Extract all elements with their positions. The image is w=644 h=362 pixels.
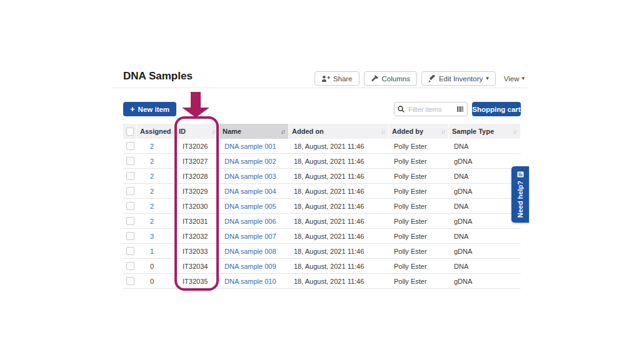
row-checkbox[interactable] xyxy=(126,202,134,210)
added-on-cell: 18, August, 2021 11:46 xyxy=(289,214,389,228)
barcode-icon[interactable] xyxy=(456,106,464,113)
added-on-cell: 18, August, 2021 11:46 xyxy=(289,169,389,183)
assigned-cell: 2 xyxy=(137,169,176,183)
column-label: Assigned xyxy=(140,128,171,135)
assigned-count-link[interactable]: 2 xyxy=(150,218,154,225)
sample-type-cell: gDNA xyxy=(449,184,521,198)
sample-name-link[interactable]: DNA sample 004 xyxy=(224,188,276,195)
row-checkbox-cell xyxy=(123,259,137,273)
id-cell: IT32035 xyxy=(176,274,219,288)
sample-name-link[interactable]: DNA sample 010 xyxy=(224,278,276,285)
assigned-count-link[interactable]: 2 xyxy=(150,188,154,195)
select-all-checkbox[interactable] xyxy=(126,128,134,136)
sort-icon[interactable]: ↓↑ xyxy=(281,128,286,135)
row-checkbox[interactable] xyxy=(126,262,134,270)
assigned-cell: 2 xyxy=(137,214,176,228)
new-item-button[interactable]: + New item xyxy=(123,102,176,116)
sort-icon[interactable]: ↓↑ xyxy=(381,128,386,135)
table-row[interactable]: 3IT32032DNA sample 00718, August, 2021 1… xyxy=(123,229,521,244)
assigned-count-link[interactable]: 2 xyxy=(150,143,154,150)
added-by-cell: Polly Ester xyxy=(389,139,449,153)
table-row[interactable]: 2IT32030DNA sample 00518, August, 2021 1… xyxy=(123,199,521,214)
view-button[interactable]: View ▾ xyxy=(500,71,528,86)
sample-name-link[interactable]: DNA sample 009 xyxy=(224,263,276,270)
sample-name-link[interactable]: DNA sample 002 xyxy=(224,158,276,165)
sample-type-cell: gDNA xyxy=(449,274,521,288)
new-item-label: New item xyxy=(138,106,170,113)
row-checkbox-cell xyxy=(123,184,137,198)
column-header-id[interactable]: ID↓↑ xyxy=(176,124,219,139)
row-checkbox[interactable] xyxy=(126,157,134,165)
row-checkbox-cell xyxy=(123,244,137,258)
added-on-cell: 18, August, 2021 11:46 xyxy=(289,184,389,198)
sample-type-cell: gDNA xyxy=(449,214,521,228)
annotation-arrow xyxy=(191,92,201,108)
sort-icon[interactable]: ↓↑ xyxy=(441,128,446,135)
row-checkbox[interactable] xyxy=(126,232,134,240)
assigned-count-link[interactable]: 1 xyxy=(150,248,154,255)
added-by-cell: Polly Ester xyxy=(389,184,449,198)
assigned-count-link[interactable]: 2 xyxy=(150,158,154,165)
added-by-cell: Polly Ester xyxy=(389,274,449,288)
table-row[interactable]: 2IT32031DNA sample 00618, August, 2021 1… xyxy=(123,214,521,229)
column-header-sample_type[interactable]: Sample Type↓↑ xyxy=(449,124,521,139)
sample-name-link[interactable]: DNA sample 007 xyxy=(224,233,276,240)
sample-type-cell: DNA xyxy=(449,199,521,213)
sort-icon[interactable]: ↓↑ xyxy=(211,128,216,135)
row-checkbox[interactable] xyxy=(126,172,134,180)
name-cell: DNA sample 004 xyxy=(219,184,289,198)
table-row[interactable]: 0IT32034DNA sample 00918, August, 2021 1… xyxy=(123,259,521,274)
column-header-assigned[interactable]: Assigned↓↑ xyxy=(137,124,176,139)
column-header-added_on[interactable]: Added on↓↑ xyxy=(289,124,389,139)
row-checkbox[interactable] xyxy=(126,217,134,225)
added-by-cell: Polly Ester xyxy=(389,229,449,243)
sort-icon[interactable]: ↓↑ xyxy=(513,128,518,135)
sample-name-link[interactable]: DNA sample 008 xyxy=(224,248,276,255)
added-on-cell: 18, August, 2021 11:46 xyxy=(289,244,389,258)
column-label: Added by xyxy=(392,128,423,135)
id-cell: IT32033 xyxy=(176,244,219,258)
shopping-cart-button[interactable]: Shopping cart xyxy=(472,102,521,116)
row-checkbox[interactable] xyxy=(126,187,134,195)
table-row[interactable]: 1IT32033DNA sample 00818, August, 2021 1… xyxy=(123,244,521,259)
chevron-down-icon: ▾ xyxy=(486,76,489,81)
annotation-arrow-head xyxy=(182,108,209,118)
share-button[interactable]: Share xyxy=(314,71,360,86)
table-row[interactable]: 2IT32027DNA sample 00218, August, 2021 1… xyxy=(123,154,521,169)
added-by-cell: Polly Ester xyxy=(389,244,449,258)
id-cell: IT32029 xyxy=(176,184,219,198)
row-checkbox[interactable] xyxy=(126,142,134,150)
edit-inventory-label: Edit Inventory xyxy=(439,75,483,83)
view-label: View xyxy=(504,75,520,83)
need-help-label: Need help? xyxy=(516,181,524,218)
name-cell: DNA sample 010 xyxy=(219,274,289,288)
table-row[interactable]: 0IT32035DNA sample 01018, August, 2021 1… xyxy=(123,274,521,289)
column-header-added_by[interactable]: Added by↓↑ xyxy=(389,124,449,139)
assigned-count: 0 xyxy=(150,278,154,285)
assigned-count-link[interactable]: 3 xyxy=(150,233,154,240)
column-header-name[interactable]: Name↓↑ xyxy=(219,124,289,139)
table-row[interactable]: 2IT32029DNA sample 00418, August, 2021 1… xyxy=(123,184,521,199)
added-on-cell: 18, August, 2021 11:46 xyxy=(289,229,389,243)
row-checkbox[interactable] xyxy=(126,247,134,255)
id-cell: IT32026 xyxy=(176,139,219,153)
assigned-count-link[interactable]: 2 xyxy=(150,203,154,210)
columns-button[interactable]: Columns xyxy=(364,71,417,86)
filter-items-input[interactable] xyxy=(407,105,454,114)
row-checkbox-cell xyxy=(123,154,137,168)
plus-icon: + xyxy=(130,105,135,113)
sample-name-link[interactable]: DNA sample 006 xyxy=(224,218,276,225)
table-row[interactable]: 2IT32026DNA sample 00118, August, 2021 1… xyxy=(123,139,521,154)
sample-name-link[interactable]: DNA sample 005 xyxy=(224,203,276,210)
assigned-count: 0 xyxy=(150,263,154,270)
row-checkbox[interactable] xyxy=(126,277,134,285)
added-by-cell: Polly Ester xyxy=(389,259,449,273)
filter-items-field xyxy=(394,102,468,116)
sample-name-link[interactable]: DNA sample 003 xyxy=(224,173,276,180)
sample-name-link[interactable]: DNA sample 001 xyxy=(224,143,276,150)
table-row[interactable]: 2IT32028DNA sample 00318, August, 2021 1… xyxy=(123,169,521,184)
edit-inventory-button[interactable]: Edit Inventory ▾ xyxy=(421,71,496,86)
need-help-tab[interactable]: Need help? xyxy=(511,166,529,223)
assigned-count-link[interactable]: 2 xyxy=(150,173,154,180)
sample-type-cell: gDNA xyxy=(449,244,521,258)
